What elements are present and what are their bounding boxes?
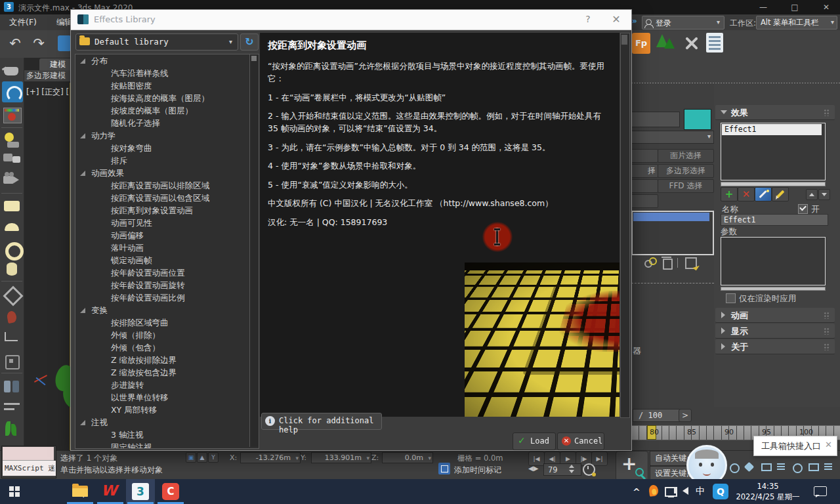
viewport-layout-icon[interactable] — [824, 463, 832, 471]
render-setup-icon[interactable] — [2, 106, 22, 125]
scrollbar-thumb[interactable] — [251, 56, 257, 61]
add-time-tag[interactable]: 添加时间标记 — [454, 465, 501, 476]
scene-explorer-icon[interactable] — [2, 151, 22, 169]
edit-effect-button[interactable] — [772, 187, 789, 201]
effect-on-checkbox[interactable] — [798, 204, 808, 214]
tree-item[interactable]: 按坡度的概率（图层） — [75, 104, 259, 117]
tree-item[interactable]: 动画可见性 — [75, 217, 259, 229]
maximize-button[interactable]: □ — [784, 0, 806, 14]
tree-item[interactable]: Z 缩放按排除边界 — [75, 354, 259, 366]
redo-icon[interactable]: ↷ — [29, 34, 49, 52]
tree-item[interactable]: 按距离到对象设置动画 — [75, 204, 259, 217]
viewport[interactable]: 建模 多边形建模 [+] [正交] [ — [24, 58, 71, 450]
partial-listbox[interactable] — [631, 211, 714, 255]
library-dropdown[interactable]: Default library ▾ — [75, 33, 238, 51]
current-frame-field[interactable] — [543, 463, 581, 476]
search-button[interactable] — [32, 479, 60, 504]
refresh-library-button[interactable]: ↻ — [240, 33, 259, 51]
tree-item[interactable]: 按年龄设置动画比例 — [75, 291, 259, 304]
ribbon-subtab-polymodeling[interactable]: 多边形建模 — [24, 70, 71, 81]
tree-item[interactable]: 按年龄设置动画旋转 — [75, 279, 259, 291]
tree-item[interactable]: 分布 — [75, 54, 259, 67]
cylinder-primitive-icon[interactable] — [2, 260, 22, 278]
z-coordinate-field[interactable]: 0.0m▾ — [382, 452, 433, 463]
tree-item[interactable]: 动画偏移 — [75, 229, 259, 242]
dialog-close-button[interactable]: ✕ — [609, 13, 623, 26]
tree-item[interactable]: 按年龄设置动画位置 — [75, 266, 259, 279]
tools-icon[interactable] — [681, 32, 703, 54]
additional-help-button[interactable]: i Click for additional help — [261, 413, 382, 430]
menu-file[interactable]: 文件(F) — [9, 17, 37, 28]
toolbar-overflow-icon[interactable]: » — [632, 16, 637, 26]
plane-primitive-icon[interactable] — [2, 197, 22, 215]
tree-item[interactable]: 按对象弯曲 — [75, 142, 259, 154]
taskbar-clock[interactable]: 14:35 2022/4/25 星期一 — [734, 481, 802, 502]
edit-table-icon[interactable] — [685, 257, 697, 269]
effects-list-scrollbar[interactable] — [721, 182, 826, 186]
tree-item[interactable]: 变换 — [75, 304, 259, 316]
close-button[interactable]: ✕ — [815, 0, 837, 14]
effect-name-field[interactable]: Effect1 — [721, 214, 828, 226]
dome-primitive-icon[interactable] — [2, 218, 22, 236]
zoom-region-icon[interactable] — [777, 463, 785, 471]
collapsed-rollout[interactable]: 动画 — [715, 308, 835, 323]
collapsed-rollout[interactable]: 关于 — [715, 339, 835, 354]
tree-item[interactable]: 汽车沿着样条线 — [75, 67, 259, 79]
select-link-icon[interactable] — [58, 35, 71, 51]
qq-tray-icon[interactable]: Q — [713, 484, 728, 499]
tree-item[interactable]: 动画效果 — [75, 167, 259, 179]
playback-button[interactable]: |◀ — [528, 452, 545, 466]
teapot-icon[interactable] — [2, 62, 22, 80]
tree-item[interactable]: 随机化子选择 — [75, 117, 259, 129]
maxscript-macro-line[interactable] — [3, 447, 54, 461]
scrollbar-thumb[interactable] — [621, 35, 627, 45]
isolate-selection-icon[interactable]: ▣ — [186, 452, 196, 463]
frame-step-icons[interactable]: ◀▶ — [528, 465, 538, 472]
tree-item[interactable]: 按距离设置动画以排除区域 — [75, 179, 259, 192]
taskbar-wps[interactable]: W — [96, 479, 125, 504]
workspace-dropdown[interactable]: Alt 菜单和工具栏 ▾ — [756, 16, 837, 30]
antivirus-tray-icon[interactable] — [648, 484, 659, 497]
torus-primitive-icon[interactable] — [2, 239, 22, 257]
rollout-effects[interactable]: 效果 — [715, 105, 835, 120]
frame-spinner[interactable] — [568, 463, 576, 474]
move-up-button[interactable] — [806, 189, 818, 200]
volume-tray-icon[interactable] — [682, 487, 688, 495]
cancel-button[interactable]: ✕ Cancel — [557, 432, 604, 450]
render-only-checkbox[interactable] — [726, 293, 736, 303]
y-coordinate-field[interactable]: 133.901m▾ — [311, 452, 371, 463]
selection-button[interactable]: 面片选择 — [658, 149, 714, 163]
taskbar-camtasia[interactable]: C — [156, 479, 185, 504]
delete-icon[interactable] — [663, 259, 673, 270]
axis-constraint-icon[interactable] — [2, 331, 22, 349]
undo-icon[interactable]: ↶ — [5, 34, 25, 52]
add-effect-button[interactable]: + — [721, 187, 738, 201]
partial-field[interactable] — [631, 112, 680, 127]
dialog-help-button[interactable]: ? — [581, 14, 595, 24]
gizmo-icon[interactable] — [2, 352, 22, 370]
paint-deform-icon[interactable] — [2, 308, 22, 327]
magic-wand-button[interactable] — [755, 187, 772, 201]
parameters-scrollbar[interactable] — [721, 287, 826, 291]
description-scrollbar[interactable] — [620, 33, 630, 418]
light-lister-icon[interactable] — [2, 131, 22, 150]
tooltip-close-icon[interactable]: ✕ — [825, 440, 832, 450]
y-toggle-icon[interactable]: Y — [208, 452, 219, 463]
align-icon[interactable] — [2, 399, 22, 417]
partial-button[interactable]: 择 — [631, 164, 658, 178]
set-key-big-button[interactable]: + — [616, 451, 648, 481]
ime-indicator[interactable]: 中 — [696, 486, 705, 497]
time-tag-cube-icon[interactable] — [438, 463, 450, 474]
taskbar-file-explorer[interactable] — [66, 479, 94, 504]
x-coordinate-field[interactable]: -13.276m▾ — [240, 452, 301, 463]
tree-item[interactable]: 排斥 — [75, 154, 259, 167]
tree-item[interactable]: 外倾（包含） — [75, 341, 259, 354]
zoom-extents-icon[interactable] — [761, 463, 772, 471]
total-frames-field[interactable]: / 100 — [633, 409, 681, 422]
load-button[interactable]: ✓ Load — [513, 432, 556, 450]
tree-item[interactable]: 动力学 — [75, 129, 259, 142]
material-editor-icon[interactable] — [2, 81, 23, 102]
minimize-button[interactable]: — — [752, 0, 774, 14]
snaps-toggle-icon[interactable] — [2, 286, 22, 304]
mirror-icon[interactable] — [2, 378, 22, 396]
